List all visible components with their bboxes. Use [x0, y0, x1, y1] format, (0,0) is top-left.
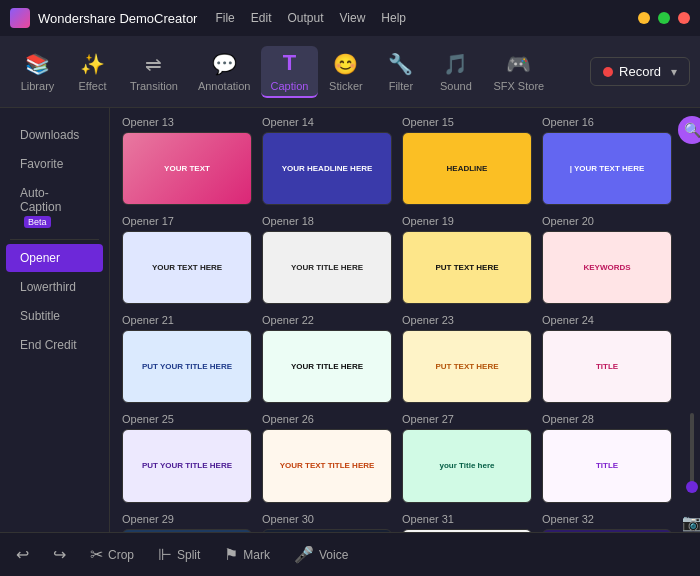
grid-item-thumb: TITLE — [542, 330, 672, 403]
voice-icon: 🎤 — [294, 545, 314, 564]
minimize-button[interactable] — [638, 12, 650, 24]
transition-icon: ⇌ — [145, 52, 162, 76]
maximize-button[interactable] — [658, 12, 670, 24]
toolbar-annotation[interactable]: 💬 Annotation — [188, 48, 261, 96]
menu-help[interactable]: Help — [381, 11, 406, 25]
grid-item-label: Opener 19 — [402, 215, 532, 227]
grid-item-opener-15[interactable]: Opener 15 HEADLINE — [402, 116, 532, 205]
grid-item-label: Opener 15 — [402, 116, 532, 128]
grid-item-thumb: VLOG #10 — [542, 529, 672, 533]
sticker-icon: 😊 — [333, 52, 358, 76]
grid-item-thumb: YOUR TITLE HERE — [262, 330, 392, 403]
menu-output[interactable]: Output — [287, 11, 323, 25]
split-button[interactable]: ⊩ Split — [158, 545, 200, 564]
mark-button[interactable]: ⚑ Mark — [224, 545, 270, 564]
grid-item-opener-13[interactable]: Opener 13 YOUR TEXT — [122, 116, 252, 205]
sidebar-item-favorite[interactable]: Favorite — [6, 150, 103, 178]
voice-button[interactable]: 🎤 Voice — [294, 545, 348, 564]
sidebar: Downloads Favorite Auto-Caption Beta Ope… — [0, 108, 110, 532]
grid-item-label: Opener 20 — [542, 215, 672, 227]
grid-item-thumb: KEYWORDS — [542, 231, 672, 304]
bottom-bar: ↩ ↪ ✂ Crop ⊩ Split ⚑ Mark 🎤 Voice — [0, 532, 700, 576]
grid-item-opener-26[interactable]: Opener 26 YOUR TEXT TITLE HERE — [262, 413, 392, 502]
crop-icon: ✂ — [90, 545, 103, 564]
effect-icon: ✨ — [80, 52, 105, 76]
grid-item-label: Opener 24 — [542, 314, 672, 326]
record-dropdown-icon[interactable]: ▾ — [671, 65, 677, 79]
grid-item-opener-22[interactable]: Opener 22 YOUR TITLE HERE — [262, 314, 392, 403]
redo-icon: ↪ — [53, 545, 66, 564]
sfxstore-icon: 🎮 — [506, 52, 531, 76]
grid-item-thumb: YOUR HEADLINE HERE — [262, 132, 392, 205]
grid-item-opener-21[interactable]: Opener 21 PUT YOUR TITLE HERE — [122, 314, 252, 403]
grid-item-thumb: TOP 5 YOUR TITLE HERE — [262, 529, 392, 533]
toolbar: 📚 Library ✨ Effect ⇌ Transition 💬 Annota… — [0, 36, 700, 108]
grid-item-opener-28[interactable]: Opener 28 TITLE — [542, 413, 672, 502]
search-button[interactable]: 🔍 — [678, 116, 700, 144]
zoom-slider-thumb[interactable] — [686, 481, 698, 493]
sidebar-item-opener[interactable]: Opener — [6, 244, 103, 272]
filter-icon: 🔧 — [388, 52, 413, 76]
grid-item-label: Opener 32 — [542, 513, 672, 525]
grid-item-label: Opener 30 — [262, 513, 392, 525]
grid-item-opener-30[interactable]: Opener 30 TOP 5 YOUR TITLE HERE — [262, 513, 392, 533]
close-button[interactable] — [678, 12, 690, 24]
grid-item-opener-23[interactable]: Opener 23 PUT TEXT HERE — [402, 314, 532, 403]
grid-item-thumb: VLOG #10 — [402, 529, 532, 533]
mark-icon: ⚑ — [224, 545, 238, 564]
menu-view[interactable]: View — [340, 11, 366, 25]
toolbar-sticker[interactable]: 😊 Sticker — [318, 48, 373, 96]
grid-item-opener-14[interactable]: Opener 14 YOUR HEADLINE HERE — [262, 116, 392, 205]
grid-item-opener-17[interactable]: Opener 17 YOUR TEXT HERE — [122, 215, 252, 304]
undo-button[interactable]: ↩ — [16, 545, 29, 564]
redo-button[interactable]: ↪ — [53, 545, 66, 564]
content-area: Opener 13 YOUR TEXT Opener 14 YOUR HEADL… — [110, 108, 684, 532]
grid-item-opener-16[interactable]: Opener 16 | YOUR TEXT HERE — [542, 116, 672, 205]
beta-badge: Beta — [24, 216, 51, 228]
grid-item-opener-32[interactable]: Opener 32 VLOG #10 — [542, 513, 672, 533]
grid-item-opener-19[interactable]: Opener 19 PUT TEXT HERE — [402, 215, 532, 304]
camera-icon[interactable]: 📷 — [682, 513, 700, 532]
grid-item-thumb: YOUR TEXT TITLE HERE — [262, 429, 392, 502]
sidebar-item-subtitle[interactable]: Subtitle — [6, 302, 103, 330]
zoom-slider[interactable] — [690, 413, 694, 493]
grid-item-thumb: vlog #10 Channel N — [122, 529, 252, 533]
menu-edit[interactable]: Edit — [251, 11, 272, 25]
caption-icon: T — [283, 50, 296, 76]
annotation-icon: 💬 — [212, 52, 237, 76]
sidebar-item-autocaption[interactable]: Auto-Caption Beta — [6, 179, 103, 235]
toolbar-caption[interactable]: T Caption — [261, 46, 319, 98]
toolbar-sound[interactable]: 🎵 Sound — [428, 48, 483, 96]
sidebar-item-endcredit[interactable]: End Credit — [6, 331, 103, 359]
grid-item-thumb: YOUR TITLE HERE — [262, 231, 392, 304]
menu-file[interactable]: File — [215, 11, 234, 25]
crop-button[interactable]: ✂ Crop — [90, 545, 134, 564]
toolbar-effect[interactable]: ✨ Effect — [65, 48, 120, 96]
grid-item-opener-25[interactable]: Opener 25 PUT YOUR TITLE HERE — [122, 413, 252, 502]
grid-item-opener-18[interactable]: Opener 18 YOUR TITLE HERE — [262, 215, 392, 304]
grid-item-thumb: YOUR TEXT HERE — [122, 231, 252, 304]
grid-item-label: Opener 31 — [402, 513, 532, 525]
toolbar-sfxstore[interactable]: 🎮 SFX Store — [483, 48, 554, 96]
grid-item-opener-24[interactable]: Opener 24 TITLE — [542, 314, 672, 403]
grid-item-label: Opener 23 — [402, 314, 532, 326]
toolbar-filter[interactable]: 🔧 Filter — [373, 48, 428, 96]
sidebar-item-lowerthird[interactable]: Lowerthird — [6, 273, 103, 301]
toolbar-library[interactable]: 📚 Library — [10, 48, 65, 96]
sidebar-item-downloads[interactable]: Downloads — [6, 121, 103, 149]
record-label: Record — [619, 64, 661, 79]
grid-item-opener-29[interactable]: Opener 29 vlog #10 Channel N — [122, 513, 252, 533]
main-content: Downloads Favorite Auto-Caption Beta Ope… — [0, 108, 700, 532]
grid-item-label: Opener 26 — [262, 413, 392, 425]
grid-item-opener-27[interactable]: Opener 27 your Title here — [402, 413, 532, 502]
window-controls — [638, 12, 690, 24]
app-logo — [10, 8, 30, 28]
grid-item-thumb: YOUR TEXT — [122, 132, 252, 205]
toolbar-transition[interactable]: ⇌ Transition — [120, 48, 188, 96]
grid-item-opener-31[interactable]: Opener 31 VLOG #10 — [402, 513, 532, 533]
grid-item-thumb: your Title here — [402, 429, 532, 502]
record-dot — [603, 67, 613, 77]
grid-item-opener-20[interactable]: Opener 20 KEYWORDS — [542, 215, 672, 304]
record-button[interactable]: Record ▾ — [590, 57, 690, 86]
grid-item-label: Opener 27 — [402, 413, 532, 425]
